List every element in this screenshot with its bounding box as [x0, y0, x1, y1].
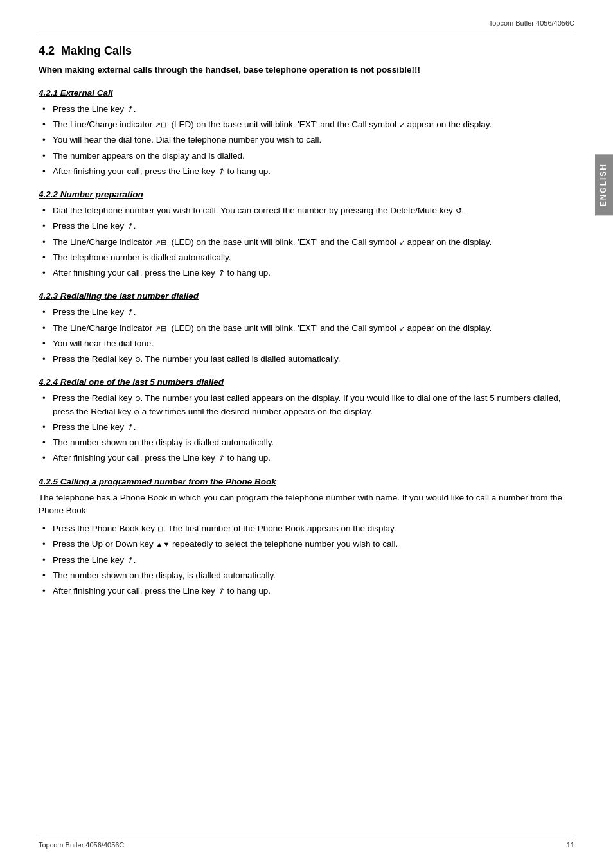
- footer-page: 11: [567, 841, 574, 849]
- list-item: After finishing your call, press the Lin…: [39, 452, 574, 465]
- list-item: Press the Line key ↗.: [39, 421, 574, 434]
- phonebook-intro: The telephone has a Phone Book in which …: [39, 492, 574, 518]
- footer: Topcom Butler 4056/4056C 11: [39, 837, 574, 849]
- side-tab-english: ENGLISH: [595, 154, 613, 215]
- list-item: Press the Up or Down key ▲▼ repeatedly t…: [39, 538, 574, 551]
- list-421: Press the Line key ↗. The Line/Charge in…: [39, 103, 574, 178]
- list-425: Press the Phone Book key ⊟. The first nu…: [39, 522, 574, 598]
- line-charge-icon: ↗⊟: [155, 120, 166, 130]
- main-heading: 4.2 Making Calls: [39, 44, 574, 58]
- list-item: The Line/Charge indicator ↗⊟ (LED) on th…: [39, 118, 574, 131]
- updown-key-icon: ▲▼: [156, 539, 170, 550]
- list-item: After finishing your call, press the Lin…: [39, 165, 574, 178]
- list-item: The number shown on the display, is dial…: [39, 569, 574, 582]
- list-item: The Line/Charge indicator ↗⊟ (LED) on th…: [39, 322, 574, 335]
- header-brand: Topcom Butler 4056/4056C: [489, 19, 574, 27]
- list-item: Press the Phone Book key ⊟. The first nu…: [39, 522, 574, 535]
- line-charge-icon: ↗⊟: [155, 237, 166, 248]
- list-item: After finishing your call, press the Lin…: [39, 585, 574, 598]
- subtitle: When making external calls through the h…: [39, 64, 574, 76]
- list-424: Press the Redial key ⊙. The number you l…: [39, 392, 574, 465]
- list-item: The number shown on the display is diall…: [39, 436, 574, 449]
- section-heading-425: 4.2.5 Calling a programmed number from t…: [39, 477, 574, 486]
- section-heading-423: 4.2.3 Redialling the last number dialled: [39, 291, 574, 301]
- line-key-icon: ↗: [124, 305, 136, 319]
- redial-key-icon-2: ⊙: [134, 407, 139, 418]
- redial-key-icon: ⊙: [135, 354, 141, 365]
- list-item: The telephone number is dialled automati…: [39, 251, 574, 264]
- call-symbol-icon: ↙: [399, 237, 405, 248]
- list-item: Press the Line key ↗.: [39, 103, 574, 116]
- phonebook-key-icon: ⊟: [157, 524, 163, 535]
- list-item: Dial the telephone number you wish to ca…: [39, 204, 574, 217]
- list-item: The number appears on the display and is…: [39, 150, 574, 163]
- call-symbol-icon: ↙: [399, 120, 405, 130]
- list-item: Press the Line key ↗.: [39, 554, 574, 567]
- section-heading-421: 4.2.1 External Call: [39, 88, 574, 98]
- list-item: You will hear the dial tone. Dial the te…: [39, 134, 574, 146]
- page: Topcom Butler 4056/4056C ENGLISH 4.2 Mak…: [0, 0, 613, 868]
- line-key-icon: ↗: [215, 451, 227, 465]
- delete-key-icon: ↺: [456, 205, 462, 217]
- line-key-icon: ↗: [215, 584, 227, 598]
- list-item: After finishing your call, press the Lin…: [39, 267, 574, 279]
- list-item: Press the Line key ↗.: [39, 220, 574, 233]
- redial-key-icon: ⊙: [135, 393, 141, 404]
- line-key-icon: ↗: [215, 164, 227, 178]
- line-key-icon: ↗: [215, 266, 227, 280]
- section-heading-424: 4.2.4 Redial one of the last 5 numbers d…: [39, 377, 574, 387]
- section-heading-422: 4.2.2 Number preparation: [39, 190, 574, 199]
- call-symbol-icon: ↙: [399, 323, 405, 334]
- line-charge-icon: ↗⊟: [155, 323, 166, 334]
- line-key-icon: ↗: [124, 219, 136, 233]
- footer-brand: Topcom Butler 4056/4056C: [39, 841, 124, 849]
- line-key-icon: ↗: [124, 420, 136, 434]
- list-item: Press the Redial key ⊙. The number you l…: [39, 353, 574, 366]
- list-item: The Line/Charge indicator ↗⊟ (LED) on th…: [39, 236, 574, 249]
- list-item: Press the Line key ↗.: [39, 306, 574, 319]
- line-key-icon: ↗: [124, 102, 136, 116]
- list-item: You will hear the dial tone.: [39, 337, 574, 350]
- list-423: Press the Line key ↗. The Line/Charge in…: [39, 306, 574, 366]
- list-422: Dial the telephone number you wish to ca…: [39, 204, 574, 279]
- list-item: Press the Redial key ⊙. The number you l…: [39, 392, 574, 418]
- top-header: Topcom Butler 4056/4056C: [39, 19, 574, 31]
- line-key-icon: ↗: [124, 553, 136, 567]
